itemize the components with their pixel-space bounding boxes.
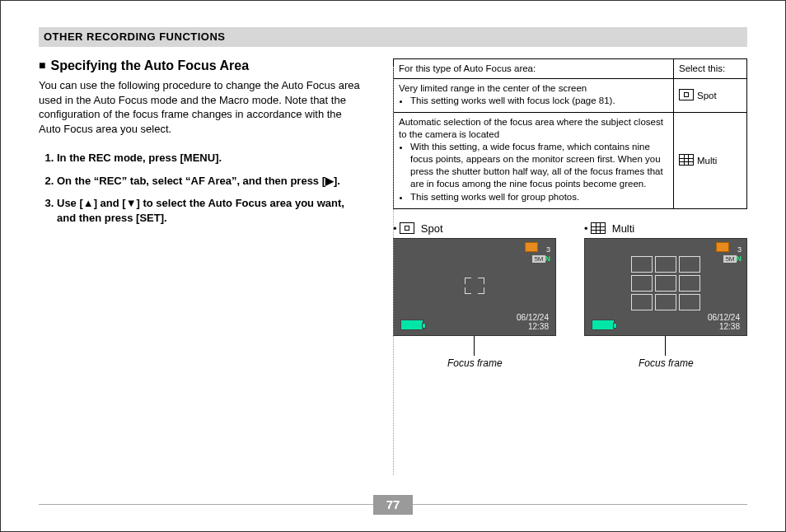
preview-label-text: Spot (421, 222, 443, 235)
multi-focus-frame (631, 256, 700, 310)
spot-af-icon (400, 222, 414, 234)
preview-label: • Multi (584, 222, 747, 235)
manual-page: OTHER RECORDING FUNCTIONS ■Specifying th… (0, 0, 786, 532)
right-column: For this type of Auto Focus area: Select… (393, 58, 747, 374)
steps-list: In the REC mode, press [MENU]. On the “R… (39, 151, 362, 225)
lcd-datetime: 06/12/2412:38 (708, 313, 740, 331)
shots-remaining: 3 (546, 245, 550, 254)
option-label: Multi (697, 156, 717, 166)
section-title-text: Specifying the Auto Focus Area (50, 58, 249, 72)
quality-indicator: N (737, 254, 742, 263)
size-indicator: 5M (532, 255, 545, 263)
section-title: ■Specifying the Auto Focus Area (39, 58, 362, 73)
row-bullet: With this setting, a wide focus frame, w… (410, 141, 668, 190)
option-label: Spot (697, 91, 717, 100)
callout-label: Focus frame (447, 357, 503, 369)
preview-label: • Spot (393, 222, 556, 235)
callout-line (474, 336, 475, 356)
spot-focus-frame (465, 278, 484, 294)
left-column: ■Specifying the Auto Focus Area You can … (39, 58, 362, 374)
lcd-top-indicators: 3 5MN (525, 242, 550, 263)
table-cell-description: Very limited range in the center of the … (394, 78, 674, 112)
callout-line (665, 336, 666, 356)
multi-af-icon (591, 222, 606, 234)
preview-row: • Spot 3 5MN 06/12/2412:38 (393, 222, 747, 374)
table-row: Automatic selection of the focus area wh… (394, 112, 747, 209)
row-bullet: This setting works well for group photos… (410, 191, 668, 203)
af-area-table: For this type of Auto Focus area: Select… (393, 58, 747, 209)
preview-label-text: Multi (612, 222, 634, 235)
camera-mode-icon (525, 242, 538, 252)
lcd-top-indicators: 3 5MN (716, 242, 742, 263)
row-bullet-list: With this setting, a wide focus frame, w… (399, 141, 668, 204)
row-bullet: This setting works well with focus lock … (410, 95, 668, 107)
lcd-date: 06/12/24 (517, 313, 549, 322)
size-indicator: 5M (723, 255, 736, 263)
step-text: Use [▲] and [▼] to select the Auto Focus… (57, 197, 344, 224)
battery-icon (592, 320, 615, 330)
table-cell-option: Spot (674, 78, 747, 112)
camera-mode-icon (716, 242, 729, 252)
callout-label: Focus frame (639, 357, 694, 369)
table-row: Very limited range in the center of the … (394, 78, 747, 112)
lcd-date: 06/12/24 (708, 313, 740, 322)
square-bullet-icon: ■ (39, 58, 45, 72)
section-header: OTHER RECORDING FUNCTIONS (39, 27, 747, 47)
spot-af-icon (679, 89, 694, 100)
step-item: On the “REC” tab, select “AF Area”, and … (57, 174, 362, 189)
step-item: In the REC mode, press [MENU]. (57, 151, 362, 166)
step-item: Use [▲] and [▼] to select the Auto Focus… (57, 196, 362, 225)
page-number: 77 (373, 495, 413, 515)
row-main-text: Automatic selection of the focus area wh… (399, 117, 663, 139)
table-cell-description: Automatic selection of the focus area wh… (394, 112, 674, 209)
multi-af-icon (679, 154, 694, 166)
preview-multi: • Multi 3 5MN 06/12/2412:38 (584, 222, 747, 374)
table-header-left: For this type of Auto Focus area: (394, 59, 674, 79)
row-main-text: Very limited range in the center of the … (399, 83, 587, 93)
table-header-row: For this type of Auto Focus area: Select… (394, 59, 747, 79)
column-divider (393, 67, 394, 475)
preview-spot: • Spot 3 5MN 06/12/2412:38 (393, 222, 556, 374)
step-text: In the REC mode, press [MENU]. (57, 152, 222, 164)
table-header-right: Select this: (674, 59, 747, 79)
lcd-screenshot: 3 5MN 06/12/2412:38 (393, 238, 556, 336)
row-bullet-list: This setting works well with focus lock … (399, 95, 668, 107)
lcd-time: 12:38 (719, 322, 740, 331)
callout: Focus frame (584, 336, 747, 374)
callout: Focus frame (393, 336, 556, 374)
step-text: On the “REC” tab, select “AF Area”, and … (57, 175, 340, 187)
lcd-time: 12:38 (528, 322, 549, 331)
intro-paragraph: You can use the following procedure to c… (39, 78, 362, 136)
shots-remaining: 3 (737, 245, 742, 254)
table-cell-option: Multi (674, 112, 747, 209)
quality-indicator: N (545, 254, 551, 263)
lcd-screenshot: 3 5MN 06/12/2412:38 (584, 238, 747, 336)
lcd-datetime: 06/12/2412:38 (517, 313, 549, 331)
battery-icon (400, 320, 423, 330)
